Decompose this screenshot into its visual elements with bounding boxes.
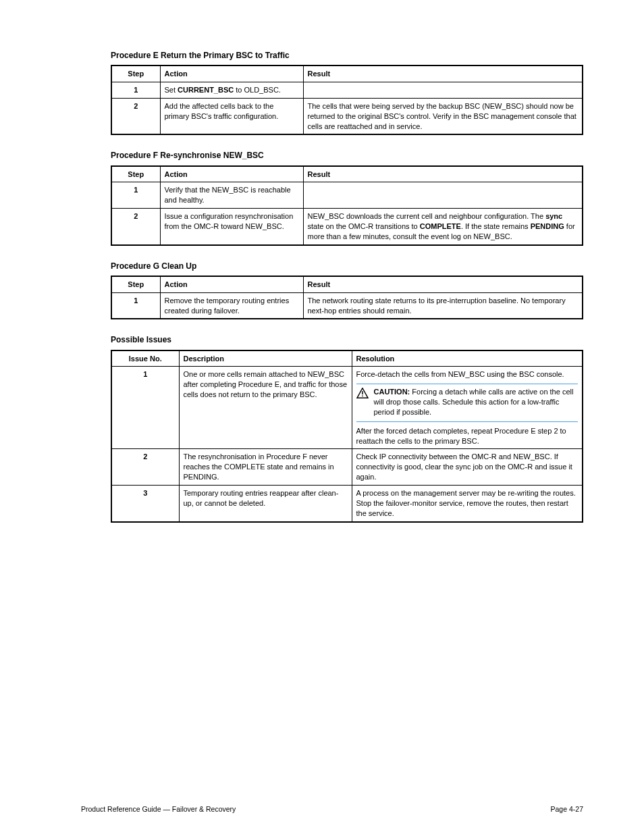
th-step: Step [111,276,160,292]
section-title-e: Procedure E Return the Primary BSC to Tr… [111,50,583,61]
cell-action: Remove the temporary routing entries cre… [160,292,303,319]
cell-description: One or more cells remain attached to NEW… [179,367,352,449]
caution-box: CAUTION: Forcing a detach while calls ar… [356,387,579,417]
table-header-row: Step Action Result [111,66,583,82]
th-result: Result [303,166,583,182]
cell-description: The resynchronisation in Procedure F nev… [179,449,352,486]
th-action: Action [160,66,303,82]
resolution-intro: Force-detach the cells from NEW_BSC usin… [356,369,579,380]
table-header-row: Step Action Result [111,166,583,182]
cell-issue-no: 1 [111,367,179,449]
cell-step: 1 [111,182,160,209]
table-procedure-g: Step Action Result 1 Remove the temporar… [111,276,583,320]
cell-issue-no: 2 [111,449,179,486]
cell-resolution: A process on the management server may b… [352,486,583,522]
footer-left: Product Reference Guide — Failover & Rec… [81,804,236,814]
table-row: 2 Add the affected cells back to the pri… [111,98,583,134]
th-step: Step [111,66,160,82]
page-footer: Product Reference Guide — Failover & Rec… [0,804,644,814]
th-result: Result [303,276,583,292]
cell-step: 1 [111,82,160,99]
cell-resolution: Force-detach the cells from NEW_BSC usin… [352,367,583,449]
caution-link-bottom[interactable] [356,421,579,422]
cell-action: Set CURRENT_BSC to OLD_BSC. [160,82,303,99]
cell-resolution: Check IP connectivity between the OMC-R … [352,449,583,486]
cell-action: Add the affected cells back to the prima… [160,98,303,134]
th-result: Result [303,66,583,82]
th-action: Action [160,276,303,292]
footer-right: Page 4-27 [551,804,583,814]
cell-result: The network routing state returns to its… [303,292,583,319]
cell-action: Issue a configuration resynchronisation … [160,209,303,245]
table-row: 1 Verify that the NEW_BSC is reachable a… [111,182,583,209]
th-step: Step [111,166,160,182]
svg-rect-2 [362,396,363,396]
cell-step: 2 [111,209,160,245]
table-row: 3 Temporary routing entries reappear aft… [111,486,583,522]
resolution-outro: After the forced detach completes, repea… [356,426,579,446]
warning-triangle-icon [356,388,369,398]
cell-step: 1 [111,292,160,319]
cell-result [303,82,583,99]
caution-link-top[interactable] [356,384,579,384]
table-procedure-e: Step Action Result 1 Set CURRENT_BSC to … [111,65,583,135]
table-row: 2 The resynchronisation in Procedure F n… [111,449,583,486]
cell-step: 2 [111,98,160,134]
section-title-issues: Possible Issues [111,334,583,345]
table-header-row: Issue No. Description Resolution [111,350,583,367]
cell-result: The cells that were being served by the … [303,98,583,134]
cell-action: Verify that the NEW_BSC is reachable and… [160,182,303,209]
cell-result [303,182,583,209]
table-row: 1 Remove the temporary routing entries c… [111,292,583,319]
cell-result: NEW_BSC downloads the current cell and n… [303,209,583,245]
th-issue-no: Issue No. [111,350,179,367]
th-description: Description [179,350,352,367]
section-title-g: Procedure G Clean Up [111,261,583,271]
cell-issue-no: 3 [111,486,179,522]
cell-description: Temporary routing entries reappear after… [179,486,352,522]
th-action: Action [160,166,303,182]
table-procedure-f: Step Action Result 1 Verify that the NEW… [111,165,583,246]
table-row: 1 Set CURRENT_BSC to OLD_BSC. [111,82,583,99]
section-title-f: Procedure F Re-synchronise NEW_BSC [111,150,583,161]
caution-title: CAUTION: [374,388,410,396]
svg-rect-1 [362,391,363,394]
table-row: 1 One or more cells remain attached to N… [111,367,583,449]
th-resolution: Resolution [352,350,583,367]
page: Procedure E Return the Primary BSC to Tr… [0,0,644,834]
table-header-row: Step Action Result [111,276,583,292]
table-row: 2 Issue a configuration resynchronisatio… [111,209,583,245]
table-issues: Issue No. Description Resolution 1 One o… [111,350,583,523]
